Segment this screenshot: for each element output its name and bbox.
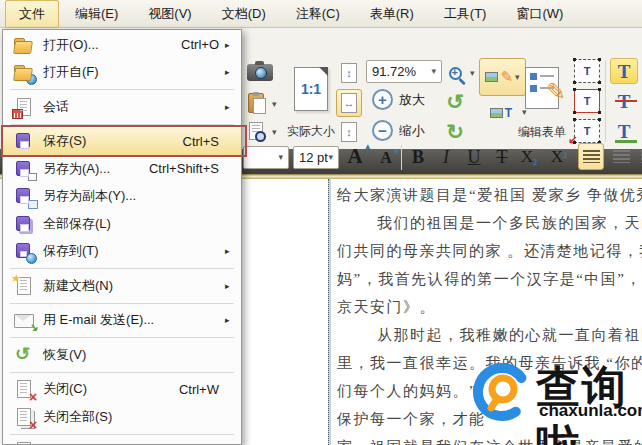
decrease-font-button[interactable]: A▼ (374, 145, 398, 170)
rotate-left-icon: ↺ (446, 91, 464, 112)
document-search-icon (249, 122, 263, 140)
menubar-item[interactable]: 文档(D) (208, 0, 280, 28)
menubar-item[interactable]: 注释(C) (282, 0, 354, 28)
font-family-select[interactable]: ▾ (243, 146, 289, 169)
rotate-right-icon: ↻ (446, 121, 464, 142)
menu-item-save-as[interactable]: 另存为(A)... Ctrl+Shift+S ▸ (3, 155, 241, 183)
zoom-out-button[interactable]: − 缩小 (372, 120, 425, 141)
file-menu-dropdown: 打开(O)... Ctrl+O ▸ 打开自(F) ▸ 会话 ▸ 保存(S) Ct… (2, 29, 242, 445)
menubar-item-label: 编辑(E) (75, 6, 118, 21)
text-edit-guide-line (328, 179, 331, 445)
menu-item-partial-item[interactable]: ▸ (3, 438, 241, 445)
search-caret-icon[interactable]: ▾ (272, 128, 277, 137)
fit-width-icon: ↔ (341, 93, 357, 113)
menubar-item-label: 表单(R) (370, 6, 414, 21)
increase-font-button[interactable]: A▲ (342, 142, 368, 170)
menu-separator (10, 434, 234, 435)
marquee-zoom-caret-icon[interactable]: ▾ (470, 69, 475, 78)
text-move-icon: T↙ (574, 119, 600, 143)
font-family-caret-icon: ▾ (278, 153, 283, 162)
menubar-item[interactable]: 工具(T) (430, 0, 501, 28)
rotate-right-button[interactable]: ↻ (442, 118, 468, 144)
subscript-button[interactable]: X2 (516, 144, 542, 170)
menu-item-save[interactable]: 保存(S) Ctrl+S ▸ (3, 128, 241, 156)
floppy-copy-icon (14, 187, 34, 205)
menu-item-shortcut: Ctrl+Shift+S (149, 161, 225, 176)
menubar-item-label: 窗口(W) (516, 6, 563, 21)
menu-item-label: 保存(S) (43, 132, 86, 150)
menubar-item[interactable]: 表单(R) (356, 0, 428, 28)
snapshot-button[interactable] (243, 61, 277, 84)
paste-button[interactable] (243, 90, 269, 116)
fit-page-button[interactable]: ↕ (336, 59, 362, 87)
form-text-field-button[interactable]: T (572, 87, 602, 115)
menu-item-open[interactable]: 打开(O)... Ctrl+O ▸ (3, 31, 241, 59)
text-strikeout-tool-button[interactable]: T (610, 88, 638, 114)
italic-button[interactable]: I (434, 144, 458, 170)
menu-item-label: 新建文档(N) (43, 277, 113, 295)
form-text-field-grid-button[interactable]: T (572, 57, 602, 85)
strikethrough-button[interactable]: T (490, 144, 514, 170)
text-field-icon: T (574, 89, 600, 113)
form-text-move-button[interactable]: T↙ (572, 117, 602, 145)
underline-T-icon: T (618, 122, 631, 141)
menubar-item[interactable]: 文件 (5, 0, 59, 28)
bold-button[interactable]: B (406, 144, 430, 170)
menu-separator (10, 124, 234, 125)
menu-item-save-as-copy[interactable]: 另存为副本(Y)... ▸ (3, 183, 241, 211)
floppy-edit-icon (14, 160, 34, 178)
font-size-select[interactable]: 12 pt ▾ (293, 146, 339, 169)
menubar-item[interactable]: 编辑(E) (61, 0, 132, 28)
document-line: 京天安门》。 (337, 293, 642, 321)
rotate-left-button[interactable]: ↺ (442, 88, 468, 114)
menu-item-new-document[interactable]: 新建文档(N) ▸ (3, 272, 241, 300)
menubar-item[interactable]: 视图(V) (134, 0, 205, 28)
menu-item-label: 会话 (43, 98, 69, 116)
submenu-arrow-icon: ▸ (225, 281, 241, 291)
watermark-domain: chaxunla.com (539, 401, 642, 421)
paste-caret-icon[interactable]: ▾ (272, 100, 277, 109)
align-right-button[interactable] (636, 143, 642, 170)
decrease-font-icon: A▼ (380, 149, 392, 167)
text-underline-tool-button[interactable]: T (610, 118, 638, 144)
align-left-button[interactable] (578, 143, 604, 170)
align-center-button[interactable] (608, 143, 634, 170)
text-highlight-tool-button[interactable]: T (610, 58, 638, 84)
marquee-zoom-button[interactable] (442, 60, 468, 86)
menu-item-close-all[interactable]: 关闭全部(S) ▸ (3, 403, 241, 431)
underline-button[interactable]: U (462, 144, 486, 170)
menubar-item[interactable]: 窗口(W) (502, 0, 577, 28)
menu-item-label: 另存为(A)... (43, 160, 110, 178)
zoom-in-button[interactable]: + 放大 (372, 89, 425, 110)
toolbar-separator (401, 145, 402, 170)
actual-size-button[interactable]: 1:1 (288, 59, 334, 119)
menubar-item-label: 文件 (19, 6, 45, 21)
folder-open-icon (14, 36, 34, 54)
menu-item-save-to[interactable]: 保存到(T) ▸ (3, 238, 241, 266)
text-field-grid-icon: T (574, 59, 600, 83)
toolbar-separator (605, 60, 606, 142)
menu-item-label: 打开(O)... (43, 36, 99, 54)
strikethrough-icon: T (497, 147, 508, 168)
search-document-button[interactable] (243, 119, 269, 143)
bold-icon: B (412, 147, 424, 168)
menu-item-revert[interactable]: 恢复(V) ▸ (3, 341, 241, 369)
superscript-button[interactable]: X2 (546, 144, 572, 170)
menu-item-open-from[interactable]: 打开自(F) ▸ (3, 59, 241, 87)
menu-item-save-all[interactable]: 全部保存(L) ▸ (3, 210, 241, 238)
menu-item-shortcut: Ctrl+W (179, 382, 225, 397)
menu-item-close[interactable]: 关闭(C) Ctrl+W ▸ (3, 376, 241, 404)
menu-item-label: 恢复(V) (43, 346, 86, 364)
form-page-icon: ✎ (525, 67, 559, 109)
edit-form-button[interactable]: ✎ (514, 58, 570, 118)
menu-item-shortcut: Ctrl+S (183, 134, 225, 149)
submenu-arrow-icon: ▸ (225, 40, 241, 50)
strikeout-T-icon: T (618, 92, 631, 111)
zoom-caret-icon: ▾ (431, 67, 436, 76)
menu-item-session[interactable]: 会话 ▸ (3, 93, 241, 121)
watermark-logo-icon (472, 361, 536, 425)
zoom-level-select[interactable]: 91.72% ▾ (366, 60, 442, 83)
fit-width-button[interactable]: ↔ (336, 89, 362, 117)
menu-item-email-send[interactable]: 用 E-mail 发送(E)... ▸ (3, 307, 241, 335)
doc-new-icon (14, 277, 34, 295)
